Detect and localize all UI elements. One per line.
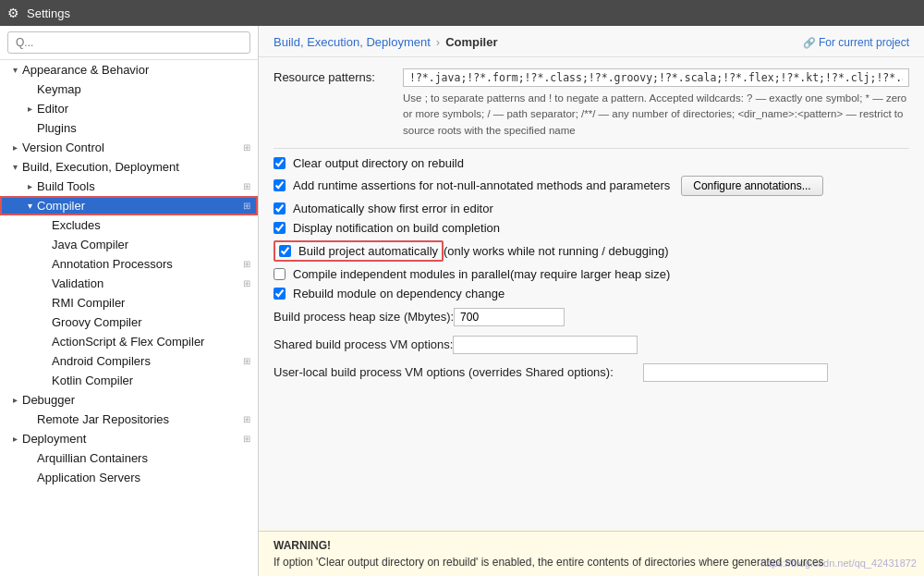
sidebar-item-label-build-tools: Build Tools (37, 179, 95, 193)
sidebar-item-groovy-compiler[interactable]: Groovy Compiler (0, 313, 258, 332)
ext-icon-annotation-processors: ⊞ (243, 259, 250, 269)
title-bar: ⚙ Settings (0, 0, 924, 26)
checkbox-row-compile-independent: Compile independent modules in parallel(… (274, 267, 909, 281)
arrow-icon-compiler: ▾ (22, 201, 37, 211)
app-icon: ⚙ (7, 6, 19, 20)
sidebar-item-label-keymap: Keymap (37, 82, 81, 96)
breadcrumb-project-link[interactable]: 🔗 For current project (803, 36, 909, 49)
breadcrumb-parent[interactable]: Build, Execution, Deployment (274, 35, 431, 49)
checkbox-row-rebuild-module: Rebuild module on dependency change (274, 287, 909, 300)
ext-icon-remote-jar-repositories: ⊞ (243, 414, 250, 424)
side-note-build-project-auto: (only works while not running / debuggin… (444, 244, 669, 258)
checkbox-runtime-assertions[interactable] (274, 179, 286, 191)
user-local-vm-label: User-local build process VM options (ove… (274, 363, 643, 379)
sidebar-item-label-actionscript-flex: ActionScript & Flex Compiler (52, 335, 204, 349)
sidebar-item-android-compilers[interactable]: Android Compilers⊞ (0, 351, 258, 371)
sidebar-item-label-kotlin-compiler: Kotlin Compiler (52, 374, 133, 387)
breadcrumb-separator: › (436, 35, 440, 49)
checkbox-row-show-first-error: Automatically show first error in editor (274, 202, 909, 215)
sidebar-item-debugger[interactable]: ▸Debugger (0, 390, 258, 410)
checkbox-clear-output[interactable] (274, 157, 286, 169)
sidebar-item-appearance-behavior[interactable]: ▾Appearance & Behavior (0, 60, 258, 80)
warning-box: WARNING! If option 'Clear output directo… (259, 531, 924, 576)
arrow-icon-editor: ▸ (22, 104, 37, 114)
sidebar-item-kotlin-compiler[interactable]: Kotlin Compiler (0, 371, 258, 390)
heap-size-input[interactable] (454, 308, 565, 326)
sidebar-item-label-compiler: Compiler (37, 199, 85, 213)
sidebar-item-label-plugins: Plugins (37, 121, 77, 135)
sidebar-item-label-debugger: Debugger (22, 393, 75, 407)
checkbox-label-runtime-assertions: Add runtime assertions for not-null-anno… (293, 178, 670, 192)
checkbox-show-first-error[interactable] (274, 202, 286, 214)
sidebar-item-java-compiler[interactable]: Java Compiler (0, 235, 258, 254)
sidebar-item-label-application-servers: Application Servers (37, 471, 140, 484)
ext-icon-version-control: ⊞ (243, 142, 250, 153)
sidebar-item-actionscript-flex[interactable]: ActionScript & Flex Compiler (0, 332, 258, 351)
checkboxes-section: Clear output directory on rebuildAdd run… (274, 156, 909, 300)
checkbox-label-rebuild-module: Rebuild module on dependency change (293, 287, 505, 300)
sidebar-item-label-version-control: Version Control (22, 141, 104, 154)
checkbox-label-clear-output: Clear output directory on rebuild (293, 156, 464, 170)
warning-title: WARNING! (274, 539, 909, 552)
sidebar-item-arquillian-containers[interactable]: Arquillian Containers (0, 448, 258, 468)
sidebar-item-annotation-processors[interactable]: Annotation Processors⊞ (0, 254, 258, 274)
checkbox-row-build-project-auto: Build project automatically(only works w… (274, 240, 909, 262)
checkbox-label-compile-independent: Compile independent modules in parallel (293, 267, 510, 281)
sidebar-item-remote-jar-repositories[interactable]: Remote Jar Repositories⊞ (0, 410, 258, 429)
checkbox-rebuild-module[interactable] (274, 288, 286, 300)
sidebar-item-label-groovy-compiler: Groovy Compiler (52, 315, 142, 329)
sidebar-item-plugins[interactable]: Plugins (0, 118, 258, 138)
sidebar: ▾Appearance & BehaviorKeymap▸EditorPlugi… (0, 26, 259, 576)
sidebar-item-label-annotation-processors: Annotation Processors (52, 257, 173, 271)
ext-icon-compiler: ⊞ (243, 201, 250, 211)
sidebar-item-label-arquillian-containers: Arquillian Containers (37, 451, 148, 465)
sidebar-item-label-validation: Validation (52, 276, 103, 290)
checkbox-build-project-auto[interactable] (279, 245, 291, 257)
resource-patterns-row: Resource patterns: Use ; to separate pat… (274, 68, 909, 139)
resource-patterns-value: Use ; to separate patterns and ! to nega… (403, 68, 909, 139)
user-local-vm-input[interactable] (643, 363, 828, 382)
sidebar-item-application-servers[interactable]: Application Servers (0, 468, 258, 487)
ext-icon-build-tools: ⊞ (243, 181, 250, 191)
content-area: Build, Execution, Deployment › Compiler … (259, 26, 924, 576)
sidebar-item-validation[interactable]: Validation⊞ (0, 274, 258, 293)
checkbox-label-display-notification: Display notification on build completion (293, 221, 500, 235)
arrow-icon-deployment: ▸ (7, 434, 22, 444)
checkbox-row-runtime-assertions: Add runtime assertions for not-null-anno… (274, 176, 909, 196)
checkbox-display-notification[interactable] (274, 222, 286, 234)
sidebar-item-compiler[interactable]: ▾Compiler⊞ (0, 196, 258, 215)
resource-patterns-label: Resource patterns: (274, 68, 403, 84)
configure-annotations-button[interactable]: Configure annotations... (681, 176, 822, 196)
sidebar-item-version-control[interactable]: ▸Version Control⊞ (0, 138, 258, 157)
checkbox-row-clear-output: Clear output directory on rebuild (274, 156, 909, 170)
sidebar-item-keymap[interactable]: Keymap (0, 80, 258, 99)
search-container (0, 26, 258, 60)
sidebar-item-rmi-compiler[interactable]: RMI Compiler (0, 293, 258, 313)
resource-patterns-input[interactable] (403, 68, 909, 87)
heap-size-label: Build process heap size (Mbytes): (274, 308, 454, 324)
sidebar-item-editor[interactable]: ▸Editor (0, 99, 258, 118)
sidebar-item-build-execution-deployment[interactable]: ▾Build, Execution, Deployment (0, 157, 258, 177)
sidebar-item-label-excludes: Excludes (52, 218, 101, 232)
ext-icon-validation: ⊞ (243, 278, 250, 288)
shared-vm-label: Shared build process VM options: (274, 336, 453, 351)
sidebar-item-label-deployment: Deployment (22, 432, 86, 446)
sidebar-item-build-tools[interactable]: ▸Build Tools⊞ (0, 177, 258, 196)
search-input[interactable] (7, 31, 250, 54)
sidebar-item-label-editor: Editor (37, 102, 68, 116)
sidebar-item-excludes[interactable]: Excludes (0, 215, 258, 235)
sidebar-item-label-build-execution-deployment: Build, Execution, Deployment (22, 160, 179, 174)
arrow-icon-build-tools: ▸ (22, 181, 37, 191)
checkbox-label-show-first-error: Automatically show first error in editor (293, 202, 493, 215)
checkbox-label-build-project-auto: Build project automatically (298, 244, 438, 258)
checkbox-compile-independent[interactable] (274, 268, 286, 280)
heap-size-row: Build process heap size (Mbytes): (274, 308, 909, 326)
settings-body: Resource patterns: Use ; to separate pat… (259, 57, 924, 531)
watermark: https://blog.csdn.net/qq_42431872 (760, 558, 917, 569)
sidebar-item-deployment[interactable]: ▸Deployment⊞ (0, 429, 258, 448)
sidebar-tree: ▾Appearance & BehaviorKeymap▸EditorPlugi… (0, 60, 258, 576)
sidebar-item-label-android-compilers: Android Compilers (52, 354, 151, 368)
shared-vm-input[interactable] (453, 336, 638, 354)
sidebar-item-label-rmi-compiler: RMI Compiler (52, 296, 125, 310)
user-local-vm-row: User-local build process VM options (ove… (274, 363, 909, 382)
